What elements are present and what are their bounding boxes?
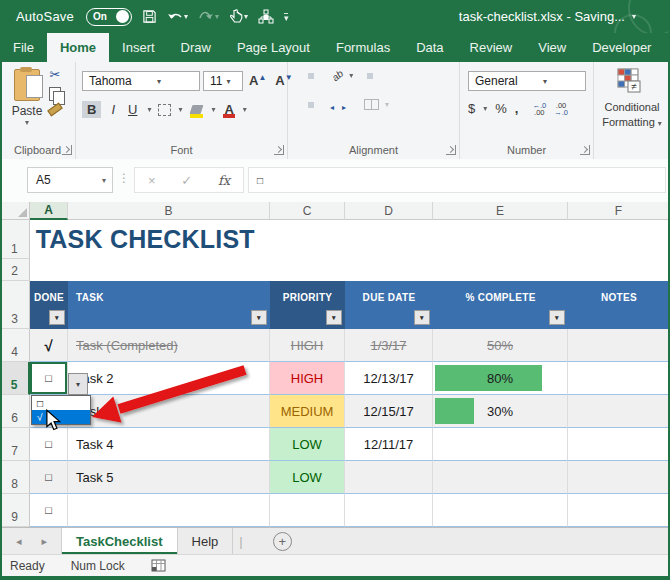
cell-notes[interactable] (568, 461, 670, 494)
row-header-8[interactable]: 8 (0, 461, 30, 494)
increase-decimal-button[interactable]: ←.0.00 (532, 102, 546, 116)
filter-button-due-date[interactable]: ▾ (414, 310, 430, 325)
cell-task[interactable]: Task 3 (68, 395, 270, 428)
decrease-decimal-button[interactable]: .00→.0 (554, 102, 568, 116)
sheet-title[interactable]: TASK CHECKLIST (30, 220, 670, 259)
tab-home[interactable]: Home (47, 33, 109, 62)
row-header-2[interactable]: 2 (0, 259, 30, 281)
decrease-indent-button[interactable]: ◂ (332, 102, 338, 108)
dropdown-option-unchecked[interactable]: □ (32, 396, 90, 410)
cell-due-date[interactable]: 12/11/17 (345, 428, 433, 461)
conditional-formatting-button[interactable]: Conditional Formatting ▾ (594, 100, 670, 131)
header-cell-notes[interactable]: NOTES (568, 281, 670, 329)
cell-task[interactable] (68, 494, 270, 527)
tab-draw[interactable]: Draw (168, 33, 224, 62)
header-cell-done[interactable]: DONE ▾ (30, 281, 68, 329)
cell-due-date[interactable] (345, 461, 433, 494)
filter-button-priority[interactable]: ▾ (326, 310, 342, 325)
row-header-7[interactable]: 7 (0, 428, 30, 461)
cell-done[interactable]: □ (30, 494, 68, 527)
merge-center-button[interactable] (364, 99, 379, 110)
row-header-5[interactable]: 5 (0, 362, 30, 395)
row-header-9[interactable]: 9 (0, 494, 30, 527)
enter-button[interactable]: ✓ (181, 173, 192, 188)
cancel-button[interactable]: × (148, 173, 156, 188)
cell-notes[interactable] (568, 329, 670, 362)
orientation-dropdown-arrow[interactable]: ▾ (349, 71, 353, 80)
number-dialog-launcher[interactable] (580, 145, 590, 155)
qat-overflow-button[interactable]: ▾ (284, 13, 288, 22)
save-button[interactable] (142, 9, 157, 24)
cell-task[interactable]: Task 2 (68, 362, 270, 395)
name-box[interactable]: A5 ▾ (27, 167, 113, 193)
font-name-dropdown-arrow[interactable]: ▾ (153, 77, 199, 86)
autosave-toggle[interactable]: On (86, 8, 132, 26)
cell-dropdown-button[interactable]: ▾ (68, 373, 88, 395)
format-painter-icon[interactable] (47, 103, 62, 117)
cell-task[interactable]: Task (Completed) (68, 329, 270, 362)
column-header-d[interactable]: D (345, 202, 433, 220)
cell-notes[interactable] (568, 494, 670, 527)
sheet-next-icon[interactable]: ▸ (42, 535, 48, 548)
header-cell-due-date[interactable]: DUE DATE ▾ (345, 281, 433, 329)
cell-priority[interactable]: HIGH (270, 329, 345, 362)
font-color-button[interactable]: A (222, 103, 235, 116)
font-size-combo[interactable]: 11 ▾ (203, 71, 243, 91)
column-header-a[interactable]: A (30, 202, 68, 220)
undo-button[interactable]: ▾ (167, 11, 188, 23)
macro-record-icon[interactable] (151, 559, 166, 572)
bold-button[interactable]: B (82, 101, 101, 118)
cell-complete[interactable]: 50% (433, 329, 568, 362)
font-dialog-launcher[interactable] (274, 145, 284, 155)
fill-color-button[interactable] (189, 103, 204, 116)
cell-priority[interactable]: MEDIUM (270, 395, 345, 428)
dropdown-option-checked[interactable]: √ (32, 410, 90, 424)
empty-row[interactable] (30, 259, 670, 281)
currency-dropdown-arrow[interactable]: ▾ (483, 104, 487, 113)
column-header-e[interactable]: E (433, 202, 568, 220)
cell-complete[interactable] (433, 461, 568, 494)
merge-dropdown-arrow[interactable]: ▾ (385, 100, 389, 109)
cut-icon[interactable]: ✂ (50, 68, 61, 82)
bottom-align-button[interactable] (320, 73, 326, 79)
cell-due-date[interactable] (345, 494, 433, 527)
new-sheet-button[interactable]: + (273, 532, 292, 551)
undo-dropdown-arrow[interactable]: ▾ (184, 12, 188, 21)
orientation-button[interactable]: ab (330, 68, 346, 84)
copy-icon[interactable] (49, 87, 61, 101)
italic-button[interactable]: I (108, 101, 118, 118)
cell-done[interactable]: √ (30, 329, 68, 362)
touch-mouse-mode-button[interactable]: ▾ (229, 9, 248, 24)
center-button[interactable] (308, 102, 314, 108)
cell-complete[interactable]: 80% (433, 362, 568, 395)
font-size-dropdown-arrow[interactable]: ▾ (222, 77, 242, 86)
tab-insert[interactable]: Insert (109, 33, 168, 62)
tab-page-layout[interactable]: Page Layout (224, 33, 323, 62)
wrap-text-button[interactable] (367, 73, 373, 79)
cell-notes[interactable] (568, 362, 670, 395)
cell-done[interactable]: □ (30, 461, 68, 494)
filter-button-complete[interactable]: ▾ (549, 310, 565, 325)
underline-button[interactable]: U (125, 101, 140, 118)
cell-complete[interactable] (433, 428, 568, 461)
filter-button-done[interactable]: ▾ (49, 310, 65, 325)
diagram-button[interactable] (258, 9, 274, 25)
underline-dropdown-arrow[interactable]: ▾ (147, 105, 151, 114)
grow-font-button[interactable]: A▲ (246, 73, 269, 88)
font-name-combo[interactable]: Tahoma ▾ (82, 71, 200, 91)
cell-done-selected[interactable]: □ (30, 362, 68, 395)
touch-mode-dropdown-arrow[interactable]: ▾ (244, 12, 248, 21)
sheet-tab-help[interactable]: Help (178, 528, 234, 555)
increase-indent-button[interactable]: ▸ (344, 102, 350, 108)
cell-complete[interactable] (433, 494, 568, 527)
cell-due-date[interactable]: 1/3/17 (345, 329, 433, 362)
fill-color-dropdown-arrow[interactable]: ▾ (211, 105, 215, 114)
insert-function-button[interactable]: fx (218, 173, 230, 188)
tab-review[interactable]: Review (457, 33, 526, 62)
formula-bar-splitter[interactable]: ⋮ (118, 171, 130, 185)
middle-align-button[interactable] (308, 73, 314, 79)
cell-priority[interactable]: LOW (270, 461, 345, 494)
clipboard-dialog-launcher[interactable] (62, 145, 72, 155)
tab-data[interactable]: Data (403, 33, 456, 62)
column-header-c[interactable]: C (270, 202, 345, 220)
